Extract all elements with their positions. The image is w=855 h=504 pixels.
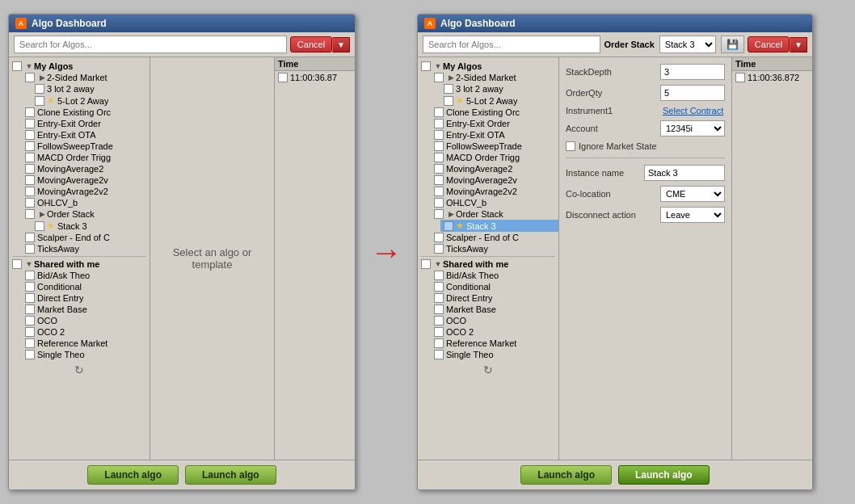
right-instance-row: Instance name (566, 165, 725, 181)
left-list-item[interactable]: OHLCV_b (22, 197, 150, 208)
left-list-item[interactable]: MACD Order Trigg (22, 152, 150, 163)
left-time-panel: Time 11:00:36.87 (274, 57, 355, 460)
left-list-item[interactable]: Bid/Ask Theo (22, 270, 150, 281)
right-stack-select[interactable]: Stack 3 (659, 36, 716, 53)
left-my-algos-checkbox[interactable] (12, 61, 22, 71)
right-list-item[interactable]: FollowSweepTrade (431, 141, 558, 152)
right-list-item[interactable]: ▶ 2-Sided Market (431, 72, 558, 83)
right-account-select[interactable]: 12345i (660, 120, 725, 136)
left-cancel-button[interactable]: Cancel (290, 36, 332, 52)
right-stack-depth-input[interactable] (660, 64, 725, 80)
right-cancel-dropdown[interactable]: ▼ (790, 37, 807, 52)
right-disconnect-label: Disconnect action (566, 210, 660, 220)
right-cancel-button[interactable]: Cancel (748, 36, 790, 52)
left-list-item[interactable]: ▶ 2-Sided Market (22, 72, 150, 83)
right-shared-label: Shared with me (443, 259, 508, 269)
left-list-item[interactable]: Scalper - End of C (22, 232, 150, 243)
right-list-item[interactable]: Bid/Ask Theo (431, 270, 558, 281)
left-launch-button2[interactable]: Launch algo (185, 465, 276, 485)
left-list-item[interactable]: Entry-Exit OTA (22, 129, 150, 141)
left-list-item[interactable]: ★ 5-Lot 2 Away (32, 94, 150, 107)
right-instance-input[interactable] (644, 165, 725, 181)
left-algo-list: ▼ My Algos ▶ 2-Sided Market 3 lot 2 away… (9, 57, 150, 460)
right-list-item[interactable]: OCO 2 (431, 326, 558, 338)
right-list-item[interactable]: Direct Entry (431, 292, 558, 304)
arrow-container: → (362, 234, 411, 271)
right-time-value: 11:00:36.872 (748, 73, 799, 82)
right-list-item[interactable]: OHLCV_b (431, 197, 558, 208)
right-order-qty-input[interactable] (660, 85, 725, 101)
left-order-stack-item[interactable]: ▶ Order Stack (22, 208, 150, 220)
right-list-item[interactable]: MACD Order Trigg (431, 152, 558, 163)
right-config-panel: StackDepth OrderQty Instrument1 Select C… (559, 57, 731, 460)
left-list-item[interactable]: MovingAverage2v (22, 174, 150, 186)
left-refresh-icon[interactable]: ↻ (9, 360, 150, 380)
right-shared-header[interactable]: ▼ Shared with me (418, 258, 558, 270)
left-center-panel: Select an algo ortemplate (150, 57, 274, 460)
left-my-algos-header[interactable]: ▼ My Algos (9, 61, 150, 72)
right-content-area: ▼ My Algos ▶ 2-Sided Market 3 lot 2 away… (418, 57, 812, 460)
left-shared-label: Shared with me (34, 259, 99, 269)
left-title-text: Algo Dashboard (32, 18, 107, 29)
left-list-item[interactable]: TicksAway (22, 243, 150, 254)
right-list-item[interactable]: Entry-Exit OTA (431, 129, 558, 141)
right-list-item[interactable]: Reference Market (431, 338, 558, 349)
right-my-algos-header[interactable]: ▼ My Algos (418, 61, 558, 72)
right-list-item[interactable]: TicksAway (431, 243, 558, 254)
left-list-item[interactable]: 3 lot 2 away (32, 83, 150, 94)
right-order-qty-label: OrderQty (566, 88, 660, 98)
right-instrument-link[interactable]: Select Contract (663, 106, 723, 116)
right-title-bar: A Algo Dashboard (418, 15, 812, 32)
left-launch-button[interactable]: Launch algo (87, 465, 179, 485)
right-list-item[interactable]: Scalper - End of C (431, 232, 558, 243)
right-list-item[interactable]: ★ 5-Lot 2 Away (440, 94, 558, 107)
left-list-item[interactable]: Clone Existing Orc (22, 107, 150, 118)
left-shared-header[interactable]: ▼ Shared with me (9, 258, 150, 270)
right-colocation-label: Co-location (566, 189, 660, 199)
left-search-input[interactable] (14, 36, 287, 53)
left-list-item[interactable]: Single Theo (22, 349, 150, 360)
left-list-item[interactable]: FollowSweepTrade (22, 141, 150, 152)
right-list-item[interactable]: Market Base (431, 304, 558, 315)
right-save-button[interactable]: 💾 (721, 36, 744, 53)
left-list-item[interactable]: MovingAvrage2v2 (22, 186, 150, 197)
right-list-item[interactable]: 3 lot 2 away (440, 83, 558, 94)
left-list-item[interactable]: MovingAverage2 (22, 163, 150, 174)
left-list-item[interactable]: Reference Market (22, 338, 150, 349)
right-stack-depth-row: StackDepth (566, 64, 725, 80)
left-list-item[interactable]: OCO 2 (22, 326, 150, 338)
left-list-item[interactable]: Direct Entry (22, 292, 150, 304)
right-list-item[interactable]: Entry-Exit Order (431, 118, 558, 129)
left-list-item[interactable]: Conditional (22, 281, 150, 292)
left-my-algos-expand[interactable]: ▼ (24, 61, 34, 71)
right-launch-button-active[interactable]: Launch algo (618, 465, 710, 485)
right-disconnect-select[interactable]: Leave (660, 207, 725, 223)
left-stack3-item[interactable]: ★ Stack 3 (32, 220, 150, 232)
left-list-item[interactable]: Market Base (22, 304, 150, 315)
right-colocation-select[interactable]: CME (660, 186, 725, 202)
right-ignore-market-label: Ignore Market State (579, 141, 657, 151)
right-list-item[interactable]: Clone Existing Orc (431, 107, 558, 118)
right-ignore-market-checkbox[interactable] (566, 141, 575, 151)
right-list-item[interactable]: OCO (431, 315, 558, 326)
right-instrument-row: Instrument1 Select Contract (566, 106, 725, 116)
right-stack3-selected[interactable]: ★ Stack 3 (440, 220, 558, 232)
left-list-item[interactable]: OCO (22, 315, 150, 326)
right-list-item[interactable]: Conditional (431, 281, 558, 292)
right-search-input[interactable] (423, 36, 600, 53)
left-time-value: 11:00:36.87 (290, 73, 337, 82)
right-list-item[interactable]: MovingAvrage2v2 (431, 186, 558, 197)
right-stack-depth-label: StackDepth (566, 67, 660, 77)
left-time-header: Time (275, 57, 355, 71)
right-order-stack-tree[interactable]: ▶ Order Stack (431, 208, 558, 220)
right-launch-button[interactable]: Launch algo (520, 465, 612, 485)
right-list-item[interactable]: MovingAverage2v (431, 174, 558, 186)
right-refresh-icon[interactable]: ↻ (418, 360, 558, 380)
right-list-item[interactable]: Single Theo (431, 349, 558, 360)
right-section-divider (421, 256, 555, 257)
right-time-row: 11:00:36.872 (732, 71, 812, 84)
left-cancel-dropdown[interactable]: ▼ (332, 37, 350, 52)
left-list-item[interactable]: Entry-Exit Order (22, 118, 150, 129)
right-time-panel: Time 11:00:36.872 (731, 57, 812, 460)
right-list-item[interactable]: MovingAverage2 (431, 163, 558, 174)
